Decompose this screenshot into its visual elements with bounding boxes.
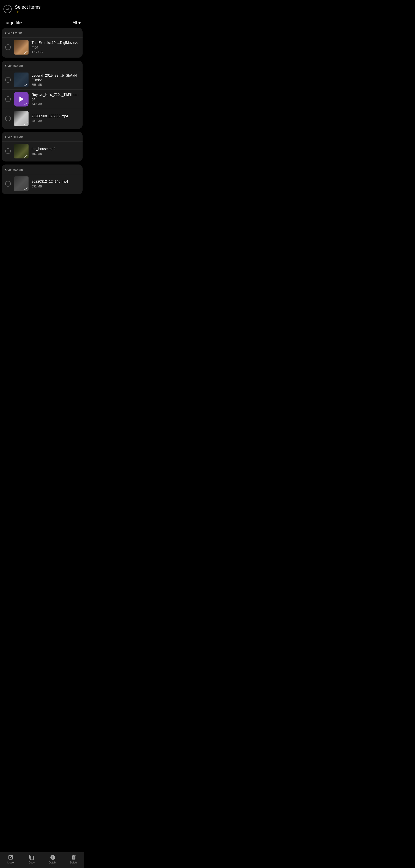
file-name: the_house.mp4 (32, 147, 79, 151)
group-over-700-mb: Over 700 MB Legend_2015_72…5_ShAaNiG.mkv… (2, 61, 82, 129)
file-info: the_house.mp4 652 MB (32, 147, 79, 155)
file-checkbox[interactable] (5, 96, 11, 102)
file-size: 1.17 GB (32, 50, 79, 54)
file-size: 532 MB (32, 185, 79, 188)
file-info: 20220312_124146.mp4 532 MB (32, 180, 79, 188)
file-info: 20200908_175552.mp4 731 MB (32, 114, 79, 123)
thumbnail (14, 111, 29, 126)
thumbnail (14, 177, 29, 191)
list-item[interactable]: Legend_2015_72…5_ShAaNiG.mkv 758 MB (2, 70, 82, 89)
file-name: 20200908_175552.mp4 (32, 114, 79, 119)
file-checkbox[interactable] (5, 44, 11, 50)
all-label: All (6, 8, 9, 10)
group-label: Over 700 MB (2, 63, 82, 70)
file-info: Legend_2015_72…5_ShAaNiG.mkv 758 MB (32, 73, 79, 87)
expand-icon (25, 102, 28, 106)
list-item[interactable]: The.Exorcist.19….DigiMoviez.mp4 1.17 GB (2, 37, 82, 57)
list-item[interactable]: 20200908_175552.mp4 731 MB (2, 108, 82, 128)
file-name: 20220312_124146.mp4 (32, 180, 79, 184)
file-size: 652 MB (32, 152, 79, 155)
play-icon (20, 97, 24, 102)
expand-icon (25, 122, 28, 125)
filter-label: All (73, 21, 77, 25)
header: All Select items 0 B (0, 0, 84, 17)
select-all-checkbox[interactable]: All (3, 5, 12, 13)
thumbnail (14, 40, 29, 55)
header-title: Select items (15, 4, 41, 10)
group-over-500-mb: Over 500 MB 20220312_124146.mp4 532 MB (2, 164, 82, 194)
group-label: Over 500 MB (2, 167, 82, 174)
file-name: The.Exorcist.19….DigiMoviez.mp4 (32, 41, 79, 50)
list-item[interactable]: Royaye_Khis_720p_TikFilm.mp4 749 MB (2, 89, 82, 108)
file-info: Royaye_Khis_720p_TikFilm.mp4 749 MB (32, 93, 79, 106)
file-name: Royaye_Khis_720p_TikFilm.mp4 (32, 93, 79, 102)
list-item[interactable]: 20220312_124146.mp4 532 MB (2, 174, 82, 193)
section-title: Large files (3, 20, 23, 25)
file-size: 749 MB (32, 102, 79, 105)
group-over-1-2-gb: Over 1.2 GB The.Exorcist.19….DigiMoviez.… (2, 28, 82, 58)
section-header: Large files All (0, 17, 84, 28)
thumbnail (14, 72, 29, 87)
selected-size: 0 B (15, 10, 41, 14)
file-checkbox[interactable] (5, 116, 11, 121)
file-info: The.Exorcist.19….DigiMoviez.mp4 1.17 GB (32, 41, 79, 54)
file-size: 731 MB (32, 119, 79, 123)
group-label: Over 1.2 GB (2, 31, 82, 37)
file-checkbox[interactable] (5, 181, 11, 187)
expand-icon (25, 51, 28, 54)
file-checkbox[interactable] (5, 148, 11, 154)
expand-icon (25, 187, 28, 190)
group-over-600-mb: Over 600 MB the_house.mp4 652 MB (2, 132, 82, 161)
thumbnail (14, 92, 29, 106)
expand-icon (25, 154, 28, 158)
expand-icon (25, 83, 28, 87)
chevron-down-icon (78, 22, 81, 24)
header-text: Select items 0 B (15, 4, 41, 14)
filter-button[interactable]: All (73, 21, 81, 25)
list-item[interactable]: the_house.mp4 652 MB (2, 141, 82, 161)
group-label: Over 600 MB (2, 134, 82, 141)
file-name: Legend_2015_72…5_ShAaNiG.mkv (32, 73, 79, 83)
file-checkbox[interactable] (5, 77, 11, 83)
file-size: 758 MB (32, 83, 79, 86)
thumbnail (14, 144, 29, 158)
